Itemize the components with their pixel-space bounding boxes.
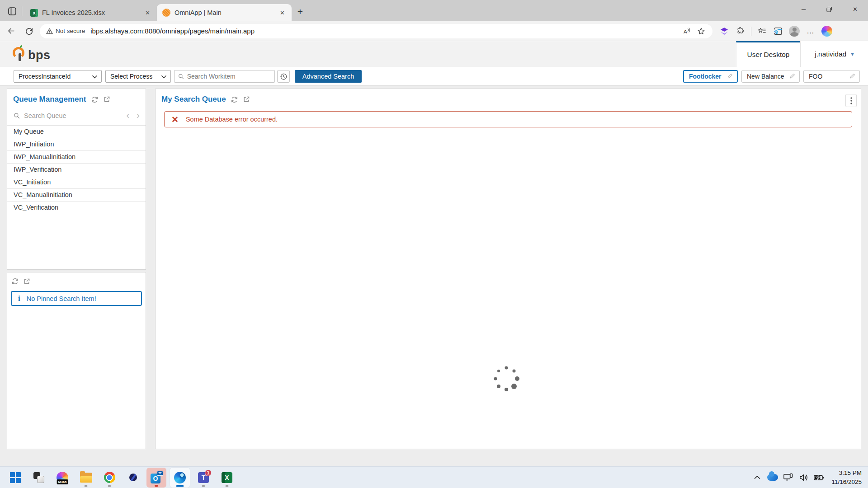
tray-time: 3:15 PM: [831, 469, 862, 478]
browser-tab-strip: x FL Invoices 2025.xlsx ✕ OmniApp | Main…: [0, 0, 868, 21]
restore-button[interactable]: [816, 0, 842, 18]
queue-item-vc-verification[interactable]: VC_Verification: [7, 202, 146, 214]
chevron-left-icon[interactable]: ‹: [125, 111, 131, 121]
extension-row: e …: [717, 24, 834, 38]
error-message: Some Database error occurred.: [186, 116, 278, 123]
filter-foo-button[interactable]: FOO: [803, 70, 860, 83]
onedrive-icon[interactable]: [766, 471, 779, 484]
app-toolbar: ProcessInstanceId Select Process Advance…: [0, 67, 868, 86]
settings-ellipsis-icon[interactable]: …: [803, 24, 818, 38]
system-tray: 3:15 PM 11/16/2025: [751, 469, 868, 486]
minimize-button[interactable]: ─: [791, 0, 816, 18]
tab-user-desktop[interactable]: User Desktop: [736, 41, 800, 67]
browser-tab-excel-file[interactable]: x FL Invoices 2025.xlsx ✕: [25, 4, 157, 21]
divider: [751, 27, 751, 36]
ibps-logo: bps: [13, 47, 51, 61]
favorite-star-icon[interactable]: [694, 25, 708, 38]
chevron-down-icon: [161, 73, 166, 80]
filter-label: New Balance: [747, 73, 784, 80]
chevron-right-icon[interactable]: ›: [135, 111, 141, 121]
not-secure-indicator[interactable]: Not secure: [46, 28, 90, 34]
queue-item-iwp-manualinitiation[interactable]: IWP_ManualInitiation: [7, 151, 146, 164]
outlook-icon: O: [151, 472, 162, 483]
refresh-icon[interactable]: [231, 96, 238, 103]
queue-search-row: ‹ ›: [7, 108, 146, 126]
workspaces-icon[interactable]: [5, 4, 20, 19]
chevron-down-icon: ▾: [851, 51, 854, 57]
ie-mode-icon[interactable]: e: [771, 24, 785, 38]
workitem-search: [174, 70, 275, 83]
kebab-menu-icon[interactable]: [845, 94, 857, 107]
close-window-button[interactable]: ✕: [842, 0, 868, 18]
header-tabs: User Desktop j.natividad ▾: [736, 41, 868, 67]
open-in-new-icon[interactable]: [243, 96, 250, 103]
refresh-icon[interactable]: [11, 277, 19, 285]
file-explorer-icon: [80, 473, 92, 483]
queue-item-vc-manualinitiation[interactable]: VC_ManualInitiation: [7, 189, 146, 202]
search-icon: [14, 113, 20, 119]
queue-item-iwp-verification[interactable]: IWP_Verification: [7, 164, 146, 176]
queue-search-input[interactable]: [24, 112, 121, 119]
ibps-logo-text: bps: [28, 49, 51, 61]
workitem-search-input[interactable]: [187, 73, 271, 80]
database-error-banner: ✕ Some Database error occurred.: [164, 111, 852, 127]
open-in-new-icon[interactable]: [103, 96, 110, 103]
browser-tab-omniapp[interactable]: OmniApp | Main ✕: [157, 4, 292, 21]
chevron-down-icon: [92, 73, 97, 80]
excel-file-icon: x: [30, 9, 38, 17]
info-icon: i: [18, 294, 20, 303]
copilot-icon[interactable]: [820, 24, 834, 38]
start-button[interactable]: [5, 468, 25, 488]
search-field-select[interactable]: ProcessInstanceId: [14, 70, 102, 83]
my-search-queue-title: My Search Queue: [161, 95, 226, 104]
read-aloud-icon[interactable]: A: [681, 25, 694, 38]
user-menu[interactable]: j.natividad ▾: [800, 41, 868, 67]
m365-badge: M365: [57, 479, 68, 484]
error-x-icon: ✕: [171, 114, 179, 125]
taskbar-clock[interactable]: 3:15 PM 11/16/2025: [828, 469, 862, 486]
process-select[interactable]: Select Process: [105, 70, 171, 83]
collections-icon[interactable]: [755, 24, 769, 38]
reload-icon[interactable]: [22, 24, 36, 38]
tray-chevron-up-icon[interactable]: [751, 471, 764, 484]
file-explorer-button[interactable]: [76, 468, 96, 488]
url-field[interactable]: Not secure ibps.alshaya.com:8080/omniapp…: [40, 24, 712, 38]
windows-start-icon: [10, 472, 21, 483]
new-tab-button[interactable]: +: [293, 5, 307, 19]
tray-date: 11/16/2025: [831, 478, 862, 487]
extensions-puzzle-icon[interactable]: [733, 24, 748, 38]
queue-item-vc-initiation[interactable]: VC_Initiation: [7, 176, 146, 189]
stack-extension-icon[interactable]: [717, 24, 731, 38]
edit-pencil-icon: [789, 73, 796, 80]
edit-pencil-icon: [727, 73, 733, 80]
filter-footlocker-button[interactable]: Footlocker: [683, 70, 738, 83]
back-icon[interactable]: [4, 24, 18, 38]
teams-icon: T 1: [198, 472, 209, 483]
network-display-icon[interactable]: [782, 471, 794, 484]
refresh-icon[interactable]: [91, 96, 99, 103]
chrome-button[interactable]: [99, 468, 119, 488]
edit-pencil-icon: [849, 73, 856, 80]
selected-option: Select Process: [110, 73, 152, 80]
copilot-m365-button[interactable]: M365: [52, 468, 72, 488]
teams-button[interactable]: T 1: [193, 468, 213, 488]
advanced-search-button[interactable]: Advanced Search: [295, 70, 362, 83]
pinned-empty-text: No Pinned Search Item!: [27, 295, 96, 302]
close-icon[interactable]: ✕: [278, 9, 287, 17]
dark-circle-app-button[interactable]: [123, 468, 143, 488]
excel-button[interactable]: X: [217, 468, 237, 488]
edge-button[interactable]: [170, 468, 190, 488]
profile-avatar[interactable]: [787, 24, 802, 38]
volume-icon[interactable]: [797, 471, 810, 484]
task-view-button[interactable]: [29, 468, 49, 488]
queue-item-my-queue[interactable]: My Queue: [7, 126, 146, 138]
windows-taskbar: M365 O: [0, 466, 868, 488]
recent-history-icon[interactable]: [277, 70, 290, 83]
open-in-new-icon[interactable]: [23, 277, 30, 285]
close-icon[interactable]: ✕: [143, 9, 152, 17]
queue-item-iwp-initiation[interactable]: IWP_Initiation: [7, 138, 146, 151]
outlook-button[interactable]: O: [146, 468, 166, 488]
selected-option: ProcessInstanceId: [19, 73, 71, 80]
battery-icon[interactable]: [812, 471, 825, 484]
filter-new-balance-button[interactable]: New Balance: [741, 70, 800, 83]
